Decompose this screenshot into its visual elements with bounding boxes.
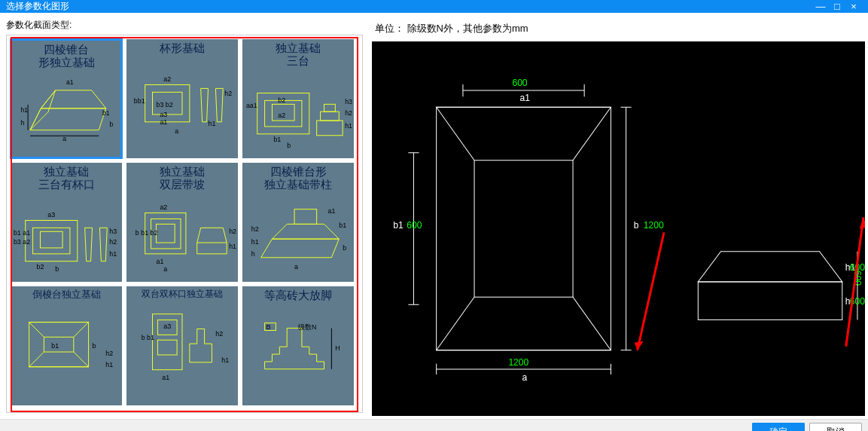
shape-card-2[interactable]: 独立基础三台 aa1 b2 a2 b1 b h3 xyxy=(242,38,355,159)
window-title: 选择参数化图形 xyxy=(6,0,69,13)
shape-title: 独立基础三台有杯口 xyxy=(11,163,122,191)
svg-text:600: 600 xyxy=(512,78,527,88)
shape-card-5[interactable]: 四棱锥台形独立基础带柱 a1 b1 b h2 h1 h a xyxy=(242,162,355,283)
svg-text:600: 600 xyxy=(407,221,422,231)
svg-text:b b1: b b1 xyxy=(142,334,154,341)
shape-title: 四棱锥台形独立基础带柱 xyxy=(242,163,354,191)
svg-text:h1: h1 xyxy=(345,122,352,130)
svg-marker-66 xyxy=(29,322,89,338)
svg-text:h2: h2 xyxy=(251,225,259,233)
svg-text:h3: h3 xyxy=(345,98,352,105)
svg-text:b3 a2: b3 a2 xyxy=(14,238,30,246)
shape-thumb-1: a2 bb1 b3 b2 a3 a1 a h2 h1 xyxy=(126,55,238,137)
svg-text:a2: a2 xyxy=(278,112,285,119)
svg-text:h1: h1 xyxy=(21,106,29,114)
svg-rect-25 xyxy=(321,112,340,121)
svg-marker-0 xyxy=(30,109,106,130)
shape-thumb-5: a1 b1 b h2 h1 h a xyxy=(242,191,354,273)
shape-thumb-0: a1 b1 b h1 h a xyxy=(12,69,120,148)
shape-card-0[interactable]: 四棱锥台形独立基础 a1 b1 b h1 h a xyxy=(10,38,123,159)
svg-text:h1: h1 xyxy=(229,243,236,250)
svg-text:a1: a1 xyxy=(66,78,74,86)
svg-text:b2: b2 xyxy=(278,96,285,104)
shape-card-7[interactable]: 双台双杯口独立基础 b b1 a3 a1 h2 h1 xyxy=(126,286,239,406)
shape-card-6[interactable]: 倒梭台独立基础 b1 b h2 h1 xyxy=(10,286,123,406)
svg-text:b1: b1 xyxy=(51,342,59,350)
svg-text:b1: b1 xyxy=(339,222,346,229)
svg-marker-67 xyxy=(29,352,89,367)
svg-marker-88 xyxy=(437,107,611,160)
unit-label: 单位： 除级数N外，其他参数为mm xyxy=(372,19,865,41)
svg-marker-1 xyxy=(41,90,105,109)
svg-text:h: h xyxy=(251,250,255,258)
svg-text:h3: h3 xyxy=(109,228,117,235)
svg-text:b1: b1 xyxy=(393,221,404,231)
close-button[interactable]: × xyxy=(845,1,862,12)
svg-text:aa1: aa1 xyxy=(246,102,257,109)
shape-grid: 四棱锥台形独立基础 a1 b1 b h1 h a xyxy=(6,35,363,413)
svg-text:H: H xyxy=(335,344,340,352)
maximize-button[interactable]: □ xyxy=(829,1,845,12)
shape-card-4[interactable]: 独立基础双层带坡 a2 b b1 b2 a1 a h2 h1 xyxy=(126,162,239,283)
svg-text:1200: 1200 xyxy=(508,357,528,368)
svg-text:a: a xyxy=(522,372,528,383)
shape-title: 双台双杯口独立基础 xyxy=(126,286,238,299)
svg-text:a3: a3 xyxy=(163,323,171,331)
svg-text:h2: h2 xyxy=(215,331,223,338)
svg-text:a: a xyxy=(163,265,167,273)
svg-text:h1: h1 xyxy=(109,250,117,258)
svg-text:b: b xyxy=(110,121,114,128)
svg-text:h2: h2 xyxy=(105,350,113,357)
cancel-button[interactable]: 取消 xyxy=(809,423,862,432)
left-panel: 参数化截面类型: 四棱锥台形独立基础 a1 b1 b h1 h a xyxy=(0,13,369,419)
svg-text:b1: b1 xyxy=(273,136,281,143)
shape-title: 等高砖大放脚 xyxy=(242,286,354,302)
shape-thumb-8: B 级数N H xyxy=(242,302,354,384)
svg-text:b2: b2 xyxy=(37,263,44,271)
shape-title: 杯形基础 xyxy=(126,39,238,55)
svg-text:h2: h2 xyxy=(224,90,232,97)
svg-rect-115 xyxy=(698,282,842,319)
svg-text:1200: 1200 xyxy=(644,221,664,231)
right-panel: 单位： 除级数N外，其他参数为mm 600 a1 b1 xyxy=(369,13,868,419)
svg-text:a3: a3 xyxy=(160,110,167,118)
shape-thumb-2: aa1 b2 a2 b1 b h3 h2 h1 xyxy=(242,67,354,149)
svg-text:a1: a1 xyxy=(162,374,169,381)
svg-text:a3: a3 xyxy=(47,211,55,219)
shape-card-8[interactable]: 等高砖大放脚 B 级数N H xyxy=(242,286,355,406)
svg-text:B: B xyxy=(266,322,271,330)
shape-card-1[interactable]: 杯形基础 a2 bb1 b3 b2 a3 a1 a h2 h1 xyxy=(126,38,239,159)
svg-text:b: b xyxy=(343,244,346,252)
section-label: 参数化截面类型: xyxy=(6,19,363,32)
svg-text:h1: h1 xyxy=(221,356,229,364)
shape-thumb-6: b1 b h2 h1 xyxy=(11,300,122,382)
svg-line-112 xyxy=(638,233,664,350)
svg-text:a1: a1 xyxy=(160,118,167,125)
svg-text:bb1: bb1 xyxy=(134,97,145,105)
ok-button[interactable]: 确定 xyxy=(752,423,805,432)
svg-marker-56 xyxy=(272,224,339,239)
svg-text:h1: h1 xyxy=(209,119,216,127)
svg-rect-76 xyxy=(157,340,177,355)
svg-text:b: b xyxy=(55,265,59,273)
shape-title: 四棱锥台形独立基础 xyxy=(12,41,120,69)
shape-title: 独立基础三台 xyxy=(242,39,354,67)
preview-canvas[interactable]: 600 a1 b1 600 b 1200 1200 a xyxy=(372,41,865,416)
svg-rect-57 xyxy=(294,209,317,225)
svg-text:h: h xyxy=(21,119,25,127)
svg-marker-113 xyxy=(635,341,644,350)
svg-marker-2 xyxy=(30,90,56,130)
svg-rect-48 xyxy=(156,224,175,243)
svg-text:b3 b2: b3 b2 xyxy=(156,101,172,109)
svg-text:a1: a1 xyxy=(156,258,163,265)
shape-thumb-7: b b1 a3 a1 h2 h1 xyxy=(126,299,238,381)
svg-text:b b1 b2: b b1 b2 xyxy=(136,229,158,237)
svg-text:h2: h2 xyxy=(229,228,236,235)
svg-text:a2: a2 xyxy=(163,75,171,82)
minimize-button[interactable]: — xyxy=(812,1,829,12)
titlebar: 选择参数化图形 — □ × xyxy=(0,0,868,13)
svg-text:h2: h2 xyxy=(109,238,117,246)
shape-title: 独立基础双层带坡 xyxy=(126,163,238,191)
svg-text:h2: h2 xyxy=(345,109,352,117)
shape-card-3[interactable]: 独立基础三台有杯口 a3 b1 a1 b3 a2 b2 b h3 xyxy=(10,162,123,283)
